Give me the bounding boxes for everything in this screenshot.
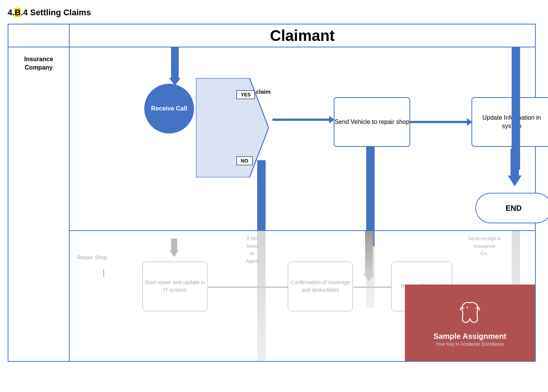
title-highlight: B [15, 8, 21, 17]
start-repair-box: Start repair and update in IT system [142, 262, 207, 311]
end-oval: END [475, 193, 548, 223]
update-info-box: Update Information in system [471, 97, 548, 147]
watermark-subtitle: Your Key to Academic Excellence [436, 342, 504, 347]
updateinfo-arrow-shaft [510, 149, 519, 176]
repair-tick [103, 269, 104, 277]
insurance-company-label: InsuranceCompany [24, 55, 53, 72]
no-label: NO [236, 156, 253, 165]
watermark-title: Sample Assignment [434, 332, 506, 341]
left-sidebar: InsuranceCompany [8, 47, 70, 361]
repair-shop-label: Repair Shop [77, 254, 107, 262]
claimant-section: Receive Call Checking Validity of claim … [70, 47, 535, 361]
watermark: Sample Assignment Your Key to Academic E… [405, 285, 535, 361]
sendvehicle-faded-arrow [362, 231, 376, 285]
no-vertical-bar [257, 160, 266, 231]
receive-call-circle: Receive Call [144, 84, 194, 133]
down-to-start-repair-arrow [168, 239, 180, 262]
yes-label: YES [236, 90, 255, 99]
confirm-to-payment-arrow [354, 286, 392, 288]
page-title: 4.B.4 Settling Claims [8, 8, 540, 18]
down-repair-head [170, 250, 179, 257]
updateinfo-arrow-head [508, 176, 522, 186]
title-suffix: .4 Settling Claims [21, 8, 91, 17]
down-repair-shaft [171, 239, 177, 250]
if-no-text: If NOSendtoAgent [246, 235, 259, 265]
updateinfo-down-arrow [506, 149, 524, 195]
diagram-container: Claimant InsuranceCompany Receive Call [8, 24, 536, 362]
send-vehicle-box: Send Vehicle to repair shop [334, 97, 410, 147]
claimant-top: Receive Call Checking Validity of claim … [70, 47, 535, 231]
sendvehicle-faded-shaft [365, 231, 373, 273]
sendvehicle-faded-head [363, 273, 375, 281]
watermark-bird-icon [457, 299, 483, 330]
insurance-label-top [8, 24, 70, 47]
claimant-title: Claimant [270, 27, 335, 44]
confirmation-box: Confirmation of coverage and deductibles [288, 262, 353, 311]
send-receipt-text: Send receipt toInsuranceCo. [468, 235, 501, 257]
repair-to-confirm-arrow [208, 286, 289, 288]
yes-arrow [272, 119, 330, 121]
svg-point-1 [466, 307, 468, 308]
claimant-header: Claimant [70, 24, 535, 47]
sendvehicle-to-updateinfo-arrow [410, 121, 468, 123]
header-row: Claimant [8, 24, 535, 47]
repair-shop-section: Repair Shop If NOSendtoAgent Start repai… [70, 231, 535, 361]
main-area: InsuranceCompany Receive Call Checking V… [8, 47, 535, 361]
entry-arrow [169, 47, 181, 86]
entry-arrow-shaft [171, 47, 179, 78]
title-prefix: 4. [8, 8, 15, 17]
